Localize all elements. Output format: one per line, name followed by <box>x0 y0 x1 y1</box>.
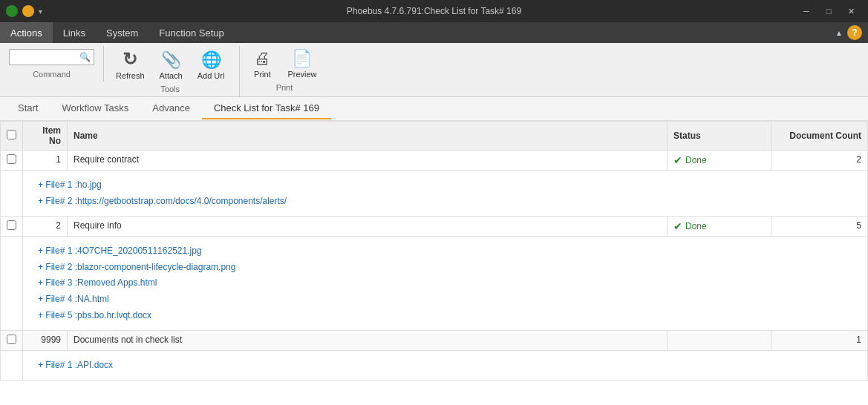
header-status: Status <box>668 122 771 151</box>
toolbar-command-buttons: 🔍 <box>9 46 94 68</box>
toolbar-print-buttons: 🖨 Print 📄 Preview <box>246 46 322 82</box>
done-checkmark: ✔ <box>673 220 682 232</box>
files-container: + File# 1 :ho.jpg+ File# 2 :https://getb… <box>23 171 868 217</box>
row-name: Require info <box>68 217 668 237</box>
refresh-icon: ↻ <box>123 49 137 70</box>
table-row: 9999Documents not in check list1 <box>1 331 868 351</box>
file-link[interactable]: + File# 2 :blazor-component-lifecycle-di… <box>38 260 861 276</box>
row-checkbox-cell[interactable] <box>1 331 23 351</box>
table-row: 1Require contract✔ Done2 <box>1 151 868 171</box>
print-section-label: Print <box>246 82 322 95</box>
header-item-no: Item No <box>23 122 68 151</box>
file-link[interactable]: + File# 3 :Removed Apps.html <box>38 275 861 292</box>
row-files: + File# 1 :API.docx <box>1 351 868 381</box>
add-url-button[interactable]: 🌐 Add Url <box>192 47 231 83</box>
search-box[interactable]: 🔍 <box>9 49 94 65</box>
menu-bar: Actions Links System Function Setup ▲ ? <box>0 22 868 43</box>
row-item-no: 2 <box>23 217 68 237</box>
menu-bar-right: ▲ ? <box>835 25 868 40</box>
toolbar-command-section: 🔍 Command <box>6 46 104 82</box>
row-checkbox[interactable] <box>7 154 16 164</box>
print-button[interactable]: 🖨 Print <box>246 46 278 82</box>
row-item-no: 9999 <box>23 331 68 351</box>
row-name: Require contract <box>68 151 668 171</box>
minimize-button[interactable]: ─ <box>795 0 818 22</box>
header-checkbox <box>1 122 23 151</box>
tab-workflow-tasks[interactable]: Workflow Tasks <box>50 98 140 119</box>
row-files: + File# 1 :4O7CHE_20200511162521.jpg+ Fi… <box>1 237 868 331</box>
header-doc-count: Document Count <box>771 122 868 151</box>
close-button[interactable]: ✕ <box>840 0 862 22</box>
table-row: 2Require info✔ Done5 <box>1 217 868 237</box>
preview-icon: 📄 <box>292 49 312 68</box>
row-checkbox[interactable] <box>7 335 16 344</box>
status-done: ✔ Done <box>673 154 765 166</box>
search-icon: 🔍 <box>79 52 91 62</box>
toolbar-print-section: 🖨 Print 📄 Preview Print <box>243 46 331 95</box>
preview-button[interactable]: 📄 Preview <box>281 46 322 82</box>
help-button[interactable]: ? <box>847 25 862 40</box>
done-checkmark: ✔ <box>673 154 682 166</box>
row-checkbox-cell[interactable] <box>1 151 23 171</box>
toolbar: 🔍 Command ↻ Refresh 📎 Attach 🌐 Add Url T… <box>0 43 868 97</box>
files-container: + File# 1 :4O7CHE_20200511162521.jpg+ Fi… <box>23 237 868 331</box>
menu-collapse-icon[interactable]: ▲ <box>835 29 843 37</box>
row-files: + File# 1 :ho.jpg+ File# 2 :https://getb… <box>1 171 868 217</box>
table-body: 1Require contract✔ Done2+ File# 1 :ho.jp… <box>1 151 868 381</box>
row-checkbox[interactable] <box>7 220 16 230</box>
menu-item-function-setup[interactable]: Function Setup <box>149 22 234 43</box>
file-list: + File# 1 :API.docx <box>38 355 861 377</box>
tab-checklist[interactable]: Check List for Task# 169 <box>202 98 331 119</box>
file-link[interactable]: + File# 1 :ho.jpg <box>38 177 861 194</box>
row-status <box>668 331 771 351</box>
file-link[interactable]: + File# 2 :https://getbootstrap.com/docs… <box>38 194 861 210</box>
file-link[interactable]: + File# 1 :API.docx <box>38 358 861 374</box>
header-name: Name <box>68 122 668 151</box>
checklist-table: Item No Name Status Document Count 1Requ… <box>0 121 868 381</box>
files-container: + File# 1 :API.docx <box>23 351 868 381</box>
print-icon: 🖨 <box>254 49 270 68</box>
tabs-bar: Start Workflow Tasks Advance Check List … <box>0 97 868 121</box>
tab-advance[interactable]: Advance <box>140 98 202 119</box>
file-list: + File# 1 :ho.jpg+ File# 2 :https://getb… <box>38 174 861 212</box>
files-empty-check <box>1 351 23 381</box>
menu-item-links[interactable]: Links <box>53 22 96 43</box>
title-bar-chevron[interactable]: ▾ <box>39 7 42 16</box>
toolbar-tools-section: ↻ Refresh 📎 Attach 🌐 Add Url Tools <box>107 46 240 96</box>
app-logo-2 <box>22 5 34 17</box>
row-status: ✔ Done <box>668 151 771 171</box>
title-bar: ▾ Phoebus 4.7.6.791:Check List for Task#… <box>0 0 868 22</box>
files-empty-check <box>1 237 23 331</box>
row-doc-count: 5 <box>771 217 868 237</box>
add-url-icon: 🌐 <box>201 50 221 70</box>
tab-start[interactable]: Start <box>6 98 50 119</box>
file-list: + File# 1 :4O7CHE_20200511162521.jpg+ Fi… <box>38 240 861 326</box>
attach-button[interactable]: 📎 Attach <box>154 47 189 83</box>
toolbar-tools-buttons: ↻ Refresh 📎 Attach 🌐 Add Url <box>110 46 230 83</box>
app-logo-1 <box>6 5 18 17</box>
row-doc-count: 2 <box>771 151 868 171</box>
file-link[interactable]: + File# 1 :4O7CHE_20200511162521.jpg <box>38 243 861 260</box>
file-link[interactable]: + File# 5 :pbs.bo.hr.lvqt.docx <box>38 308 861 324</box>
title-bar-left: ▾ <box>6 5 42 17</box>
main-content: Item No Name Status Document Count 1Requ… <box>0 121 868 405</box>
files-empty-check <box>1 171 23 217</box>
file-link[interactable]: + File# 4 :NA.html <box>38 292 861 308</box>
row-checkbox-cell[interactable] <box>1 217 23 237</box>
table-header-row: Item No Name Status Document Count <box>1 122 868 151</box>
title-bar-controls: ─ □ ✕ <box>795 0 862 22</box>
search-input[interactable] <box>13 52 79 62</box>
row-name: Documents not in check list <box>68 331 668 351</box>
select-all-checkbox[interactable] <box>7 130 16 139</box>
row-doc-count: 1 <box>771 331 868 351</box>
window-title: Phoebus 4.7.6.791:Check List for Task# 1… <box>347 6 521 16</box>
row-status: ✔ Done <box>668 217 771 237</box>
menu-item-system[interactable]: System <box>96 22 149 43</box>
command-section-label: Command <box>9 68 94 82</box>
maximize-button[interactable]: □ <box>818 0 840 22</box>
tools-section-label: Tools <box>110 83 230 96</box>
refresh-button[interactable]: ↻ Refresh <box>110 46 151 83</box>
attach-icon: 📎 <box>161 50 181 70</box>
menu-item-actions[interactable]: Actions <box>0 22 53 43</box>
row-item-no: 1 <box>23 151 68 171</box>
